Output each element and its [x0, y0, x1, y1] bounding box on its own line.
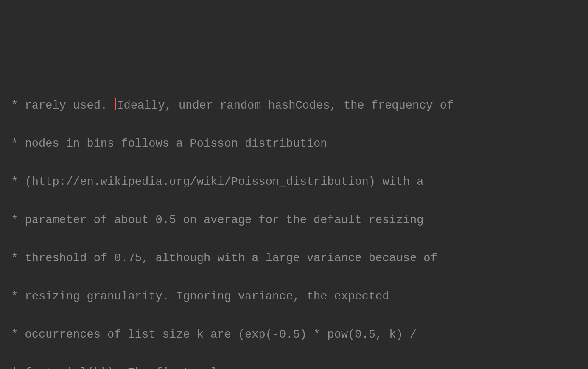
comment-text: Ideally, under random hashCodes, the fre… — [117, 99, 454, 112]
comment-text: ) with a — [369, 176, 424, 188]
comment-line: * rarely used. Ideally, under random has… — [4, 96, 588, 115]
comment-line: * (http://en.wikipedia.org/wiki/Poisson_… — [4, 173, 588, 192]
text-cursor — [115, 98, 116, 110]
comment-line: * nodes in bins follows a Poisson distri… — [4, 134, 588, 154]
comment-line: * threshold of 0.75, although with a lar… — [4, 249, 588, 268]
code-comment-block: * rarely used. Ideally, under random has… — [4, 77, 588, 369]
comment-line: * factorial(k)). The first values are: — [4, 363, 588, 369]
comment-text: * rarely used. — [4, 99, 114, 112]
comment-line: * occurrences of list size k are (exp(-0… — [4, 325, 588, 344]
comment-text: * ( — [4, 176, 32, 188]
comment-line: * parameter of about 0.5 on average for … — [4, 211, 588, 230]
wikipedia-link[interactable]: http://en.wikipedia.org/wiki/Poisson_dis… — [32, 176, 369, 188]
comment-line: * resizing granularity. Ignoring varianc… — [4, 287, 588, 306]
